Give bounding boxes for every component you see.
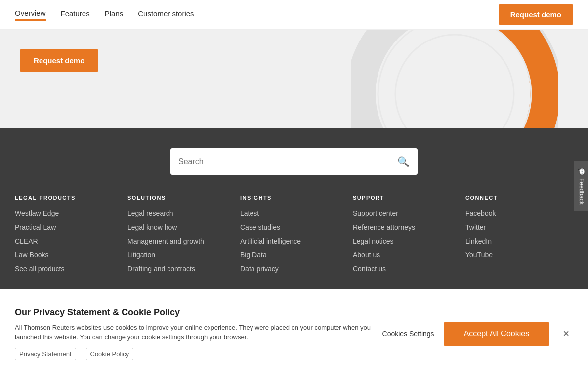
footer: 🔍 Legal Products Westlaw Edge Practical … <box>0 128 588 289</box>
footer-link-see-all-products[interactable]: See all products <box>15 265 123 273</box>
footer-link-support-center[interactable]: Support center <box>353 209 461 217</box>
footer-link-twitter[interactable]: Twitter <box>465 223 573 231</box>
footer-link-legal-notices[interactable]: Legal notices <box>353 237 461 245</box>
footer-link-drafting-contracts[interactable]: Drafting and contracts <box>127 265 235 273</box>
footer-col-connect: Connect Facebook Twitter LinkedIn YouTub… <box>465 195 573 279</box>
footer-col-header-insights: Insights <box>240 195 348 201</box>
footer-col-header-support: Support <box>353 195 461 201</box>
nav-links: Overview Features Plans Customer stories <box>15 9 194 21</box>
nav-link-plans[interactable]: Plans <box>105 9 124 20</box>
footer-link-big-data[interactable]: Big Data <box>240 251 348 259</box>
feedback-tab[interactable]: 💬 Feedback <box>574 161 588 211</box>
search-bar: 🔍 <box>170 148 418 175</box>
footer-link-westlaw-edge[interactable]: Westlaw Edge <box>15 209 123 217</box>
footer-col-support: Support Support center Reference attorne… <box>353 195 461 279</box>
footer-link-contact-us[interactable]: Contact us <box>353 265 461 273</box>
nav-link-customer-stories[interactable]: Customer stories <box>138 9 194 20</box>
footer-link-law-books[interactable]: Law Books <box>15 251 123 259</box>
search-bar-wrapper: 🔍 <box>15 148 573 175</box>
footer-link-legal-research[interactable]: Legal research <box>127 209 235 217</box>
search-icon: 🔍 <box>397 156 410 167</box>
hero-arc-decoration <box>351 30 558 128</box>
hero-demo-button[interactable]: Request demo <box>20 49 98 72</box>
footer-link-practical-law[interactable]: Practical Law <box>15 223 123 231</box>
footer-link-litigation[interactable]: Litigation <box>127 251 235 259</box>
footer-link-ai[interactable]: Artificial intelligence <box>240 237 348 245</box>
footer-link-about-us[interactable]: About us <box>353 251 461 259</box>
footer-col-insights: Insights Latest Case studies Artificial … <box>240 195 348 279</box>
footer-link-latest[interactable]: Latest <box>240 209 348 217</box>
footer-link-facebook[interactable]: Facebook <box>465 209 573 217</box>
feedback-label: Feedback <box>578 178 585 205</box>
search-button[interactable]: 🔍 <box>389 156 418 167</box>
footer-col-header-legal-products: Legal Products <box>15 195 123 201</box>
search-input[interactable] <box>170 157 389 166</box>
nav-demo-button[interactable]: Request demo <box>499 4 573 25</box>
footer-link-legal-know-how[interactable]: Legal know how <box>127 223 235 231</box>
hero-section: Request demo <box>0 30 588 128</box>
svg-point-1 <box>395 35 514 128</box>
svg-point-2 <box>378 30 531 128</box>
feedback-icon: 💬 <box>578 168 585 175</box>
footer-link-reference-attorneys[interactable]: Reference attorneys <box>353 223 461 231</box>
footer-link-management-growth[interactable]: Management and growth <box>127 237 235 245</box>
footer-col-header-connect: Connect <box>465 195 573 201</box>
footer-link-case-studies[interactable]: Case studies <box>240 223 348 231</box>
footer-col-solutions: Solutions Legal research Legal know how … <box>127 195 235 279</box>
footer-link-clear[interactable]: CLEAR <box>15 237 123 245</box>
footer-link-youtube[interactable]: YouTube <box>465 251 573 259</box>
nav-link-overview[interactable]: Overview <box>15 9 46 21</box>
footer-col-header-solutions: Solutions <box>127 195 235 201</box>
navigation: Overview Features Plans Customer stories… <box>0 0 588 30</box>
nav-link-features[interactable]: Features <box>61 9 90 20</box>
footer-link-linkedin[interactable]: LinkedIn <box>465 237 573 245</box>
footer-columns: Legal Products Westlaw Edge Practical La… <box>15 195 573 279</box>
footer-link-data-privacy[interactable]: Data privacy <box>240 265 348 273</box>
footer-col-legal-products: Legal Products Westlaw Edge Practical La… <box>15 195 123 279</box>
